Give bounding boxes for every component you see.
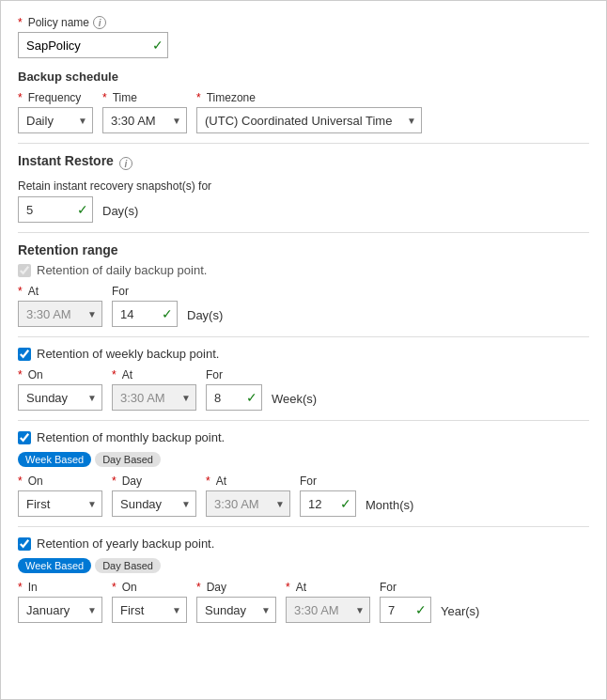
weekly-for-label: For: [206, 368, 262, 381]
yearly-on-required: *: [112, 581, 117, 594]
monthly-fields-row: * On First Second Third Fourth Last ▼: [18, 474, 589, 517]
weekly-fields-row: * On Sunday Monday Tuesday Wednesday Thu…: [18, 368, 589, 411]
monthly-day-select-wrapper: Sunday Monday Tuesday ▼: [112, 490, 196, 517]
monthly-tag-group: Week Based Day Based: [18, 452, 589, 467]
yearly-day-required: *: [196, 581, 201, 594]
weekly-for-text: For: [206, 368, 223, 381]
yearly-in-select-wrapper: January February March ▼: [18, 597, 102, 623]
yearly-checkbox-row: Retention of yearly backup point.: [18, 537, 589, 551]
instant-restore-title: Instant Restore: [18, 153, 114, 168]
yearly-at-select[interactable]: 3:30 AM: [286, 597, 370, 623]
policy-name-info-icon[interactable]: i: [93, 16, 106, 29]
timezone-label: * Timezone: [196, 91, 422, 104]
yearly-day-group: * Day Sunday Monday ▼: [196, 581, 276, 623]
instant-restore-section: Instant Restore i Retain instant recover…: [18, 153, 589, 223]
monthly-at-select[interactable]: 3:30 AM: [206, 490, 290, 517]
divider-1: [18, 143, 589, 144]
monthly-for-label: For: [300, 474, 356, 488]
daily-at-text: At: [28, 285, 39, 298]
divider-3: [18, 336, 589, 337]
monthly-at-label: * At: [206, 474, 290, 488]
yearly-day-text: Day: [207, 581, 226, 594]
yearly-for-text: For: [380, 581, 397, 594]
required-star: *: [18, 16, 23, 29]
monthly-on-label: * On: [18, 474, 102, 488]
yearly-week-based-tag[interactable]: Week Based: [18, 558, 91, 573]
weekly-at-group: * At 3:30 AM ▼: [112, 368, 196, 411]
yearly-in-text: In: [28, 581, 38, 594]
frequency-select-wrapper: Daily Weekly Monthly ▼: [18, 107, 93, 133]
daily-section: Retention of daily backup point. * At 3:…: [18, 263, 589, 327]
monthly-on-group: * On First Second Third Fourth Last ▼: [18, 474, 102, 517]
time-label-text: Time: [113, 91, 137, 104]
monthly-day-label: * Day: [112, 474, 196, 488]
monthly-day-group: * Day Sunday Monday Tuesday ▼: [112, 474, 196, 517]
daily-checkbox-row: Retention of daily backup point.: [18, 263, 589, 277]
policy-name-input[interactable]: [18, 32, 168, 58]
monthly-day-select[interactable]: Sunday Monday Tuesday: [112, 490, 196, 517]
retention-range-title: Retention range: [18, 242, 589, 257]
weekly-at-select-wrapper: 3:30 AM ▼: [112, 384, 196, 411]
monthly-day-based-tag[interactable]: Day Based: [95, 452, 161, 467]
yearly-day-based-tag[interactable]: Day Based: [95, 558, 161, 573]
weekly-checkbox[interactable]: [18, 348, 31, 361]
time-required: *: [102, 91, 107, 104]
yearly-at-required: *: [286, 581, 290, 594]
yearly-at-group: * At 3:30 AM ▼: [286, 581, 370, 623]
weekly-at-select[interactable]: 3:30 AM: [112, 384, 196, 411]
yearly-in-select[interactable]: January February March: [18, 597, 102, 623]
retain-check-icon: ✓: [77, 202, 88, 217]
frequency-select[interactable]: Daily Weekly Monthly: [18, 107, 93, 133]
monthly-for-text: For: [300, 474, 317, 488]
daily-at-group: * At 3:30 AM ▼: [18, 285, 102, 327]
daily-for-input-wrapper: ✓: [112, 301, 178, 327]
weekly-on-select-wrapper: Sunday Monday Tuesday Wednesday Thursday…: [18, 384, 102, 411]
weekly-on-text: On: [28, 368, 43, 381]
yearly-on-select[interactable]: First Second Third: [112, 597, 187, 623]
policy-name-section: * Policy name i ✓: [18, 16, 589, 58]
yearly-in-label: * In: [18, 581, 102, 594]
monthly-week-based-tag[interactable]: Week Based: [18, 452, 91, 467]
yearly-unit-label: Year(s): [441, 604, 479, 623]
daily-at-required: *: [18, 285, 23, 298]
weekly-on-select[interactable]: Sunday Monday Tuesday Wednesday Thursday…: [18, 384, 102, 411]
monthly-at-text: At: [216, 474, 226, 488]
divider-2: [18, 232, 589, 233]
monthly-on-select[interactable]: First Second Third Fourth Last: [18, 490, 102, 517]
monthly-section: Retention of monthly backup point. Week …: [18, 430, 589, 517]
daily-unit-label: Day(s): [187, 308, 223, 327]
monthly-for-check-icon: ✓: [340, 496, 351, 511]
yearly-for-input-wrapper: ✓: [380, 597, 431, 623]
yearly-tag-group: Week Based Day Based: [18, 558, 589, 573]
time-select[interactable]: 3:30 AM: [102, 107, 187, 133]
yearly-for-check-icon: ✓: [415, 602, 427, 617]
monthly-checkbox-row: Retention of monthly backup point.: [18, 430, 589, 444]
daily-checkbox-label: Retention of daily backup point.: [37, 263, 207, 277]
retain-unit-label: Day(s): [102, 204, 138, 223]
monthly-checkbox[interactable]: [18, 431, 31, 444]
yearly-section: Retention of yearly backup point. Week B…: [18, 537, 589, 623]
monthly-at-required: *: [206, 474, 210, 488]
timezone-required: *: [196, 91, 201, 104]
weekly-checkbox-row: Retention of weekly backup point.: [18, 347, 589, 361]
weekly-unit-label: Week(s): [272, 392, 317, 411]
yearly-day-select[interactable]: Sunday Monday: [196, 597, 276, 623]
frequency-label-text: Frequency: [28, 91, 82, 104]
policy-name-check-icon: ✓: [152, 38, 163, 53]
yearly-checkbox[interactable]: [18, 537, 31, 551]
daily-for-group: For ✓: [112, 285, 178, 327]
retention-range-section: Retention range Retention of daily backu…: [18, 242, 589, 623]
instant-restore-info-icon[interactable]: i: [119, 157, 132, 170]
retain-label: Retain instant recovery snapshot(s) for: [18, 179, 589, 193]
timezone-field-group: * Timezone (UTC) Coordinated Universal T…: [196, 91, 422, 133]
time-label: * Time: [102, 91, 187, 104]
daily-at-select[interactable]: 3:30 AM: [18, 301, 102, 327]
timezone-label-text: Timezone: [207, 91, 256, 104]
daily-at-select-wrapper: 3:30 AM ▼: [18, 301, 102, 327]
retain-input-wrapper: ✓: [18, 196, 93, 223]
yearly-on-group: * On First Second Third ▼: [112, 581, 187, 623]
weekly-at-text: At: [122, 368, 132, 381]
timezone-select[interactable]: (UTC) Coordinated Universal Time (UTC-05…: [196, 107, 422, 133]
daily-checkbox[interactable]: [18, 264, 31, 277]
daily-for-label: For: [112, 285, 178, 298]
